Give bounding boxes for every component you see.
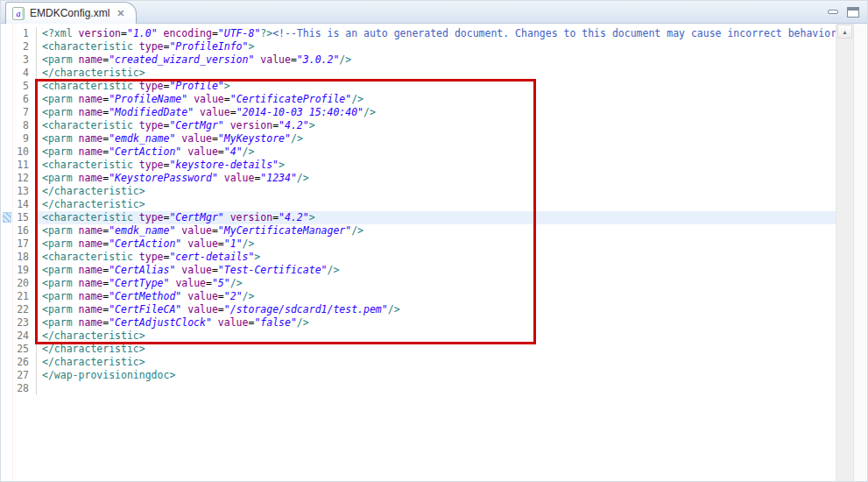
code-line[interactable]: </characteristic> [36,356,836,369]
editor-line[interactable]: 15<characteristic type="CertMgr" version… [1,211,836,224]
code-line[interactable]: <parm name="ModifiedDate" value="2014-10… [36,106,836,119]
line-number[interactable]: 16 [1,224,36,237]
editor-line[interactable]: 5<characteristic type="Profile"> [1,80,836,93]
code-line[interactable]: <parm name="CertMethod" value="2"/> [36,290,836,303]
code-line[interactable]: <parm name="CertAction" value="4"/> [36,145,836,159]
line-number[interactable]: 19 [1,264,36,277]
line-number[interactable]: 27 [1,369,36,382]
line-number[interactable]: 1 [1,27,36,40]
vertical-scrollbar[interactable]: ▲ [836,24,853,481]
editor-line[interactable]: 24</characteristic> [1,330,836,343]
editor-line[interactable]: 19<parm name="CertAlias" value="Test-Cer… [1,264,836,277]
code-line[interactable]: <characteristic type="ProfileInfo"> [36,40,836,53]
editor-line[interactable]: 11<characteristic type="keystore-details… [1,159,836,172]
editor-line[interactable]: 13</characteristic> [1,185,836,198]
code-line[interactable]: <parm name="created_wizard_version" valu… [36,53,836,67]
editor-tab-bar: a EMDKConfig.xml ✕ [1,1,867,24]
line-number[interactable]: 9 [1,132,36,145]
line-number[interactable]: 28 [1,382,36,395]
code-token: "keystore-details" [169,159,279,171]
editor-line[interactable]: 9<parm name="emdk_name" value="MyKeystor… [1,132,836,145]
code-line[interactable]: <parm name="ProfileName" value="Certific… [36,93,836,106]
editor-line[interactable]: 7<parm name="ModifiedDate" value="2014-1… [1,106,836,119]
code-line[interactable]: </characteristic> [36,198,836,211]
line-number[interactable]: 17 [1,237,36,251]
code-line[interactable]: </characteristic> [36,330,836,343]
code-line[interactable]: <parm name="CertFileCA" value="/storage/… [36,303,836,316]
code-line[interactable]: <characteristic type="CertMgr" version="… [36,211,836,224]
code-token: ?> [260,27,272,39]
line-number[interactable]: 10 [1,145,36,159]
code-line[interactable]: <characteristic type="Profile"> [36,80,836,93]
code-line[interactable]: <characteristic type="CertMgr" version="… [36,119,836,132]
editor-line[interactable]: 25</characteristic> [1,343,836,356]
editor-line[interactable]: 18<characteristic type="cert-details"> [1,251,836,264]
editor-line[interactable]: 23<parm name="CertAdjustClock" value="fa… [1,316,836,330]
xml-source-editor[interactable]: 1<?xml version="1.0" encoding="UTF-8"?><… [1,24,867,481]
code-line[interactable]: <characteristic type="cert-details"> [36,251,836,264]
code-token: value [175,277,206,289]
line-number[interactable]: 20 [1,277,36,290]
code-token: <characteristic [42,211,139,223]
editor-line[interactable]: 16<parm name="emdk_name" value="MyCertif… [1,224,836,237]
code-line[interactable]: <?xml version="1.0" encoding="UTF-8"?><!… [36,27,836,40]
line-number[interactable]: 13 [1,185,36,198]
editor-line[interactable]: 17<parm name="CertAction" value="1"/> [1,237,836,251]
line-number[interactable]: 8 [1,119,36,132]
line-number[interactable]: 11 [1,159,36,172]
tab-emdkconfig[interactable]: a EMDKConfig.xml ✕ [5,2,137,24]
code-line[interactable]: <parm name="CertAction" value="1"/> [36,237,836,251]
code-line[interactable]: </wap-provisioningdoc> [36,369,836,382]
line-number[interactable]: 24 [1,330,36,343]
editor-line[interactable]: 14</characteristic> [1,198,836,211]
code-line[interactable]: <parm name="emdk_name" value="MyKeystore… [36,132,836,145]
line-number[interactable]: 7 [1,106,36,119]
code-line[interactable]: <parm name="CertAlias" value="Test-Certi… [36,264,836,277]
code-line[interactable]: </characteristic> [36,343,836,356]
scroll-up-button[interactable]: ▲ [837,25,852,39]
minimize-view-button[interactable] [827,7,841,18]
code-line[interactable]: </characteristic> [36,185,836,198]
editor-line[interactable]: 27</wap-provisioningdoc> [1,369,836,382]
code-line[interactable]: <parm name="CertAdjustClock" value="fals… [36,316,836,330]
line-number[interactable]: 21 [1,290,36,303]
code-lines[interactable]: 1<?xml version="1.0" encoding="UTF-8"?><… [1,27,836,395]
editor-line[interactable]: 21<parm name="CertMethod" value="2"/> [1,290,836,303]
code-line[interactable] [36,382,836,395]
code-line[interactable]: <characteristic type="keystore-details"> [36,159,836,172]
code-token: "4.2" [279,119,309,131]
line-number[interactable]: 2 [1,40,36,53]
code-token: "CertAlias" [109,264,175,276]
line-number[interactable]: 12 [1,172,36,185]
editor-line[interactable]: 8<characteristic type="CertMgr" version=… [1,119,836,132]
editor-line[interactable]: 4</characteristic> [1,67,836,80]
code-line[interactable]: <parm name="KeystorePassword" value="123… [36,172,836,185]
editor-line[interactable]: 10<parm name="CertAction" value="4"/> [1,145,836,159]
code-line[interactable]: <parm name="emdk_name" value="MyCertific… [36,224,836,237]
line-number[interactable]: 26 [1,356,36,369]
tab-close-icon[interactable]: ✕ [115,8,126,19]
line-number[interactable]: 5 [1,80,36,93]
maximize-view-button[interactable] [847,7,861,18]
line-number[interactable]: 6 [1,93,36,106]
line-number[interactable]: 25 [1,343,36,356]
editor-line[interactable]: 28 [1,382,836,395]
line-number[interactable]: 4 [1,67,36,80]
editor-line[interactable]: 12<parm name="KeystorePassword" value="1… [1,172,836,185]
code-token: = [212,132,218,145]
editor-line[interactable]: 3<parm name="created_wizard_version" val… [1,53,836,67]
code-line[interactable]: </characteristic> [36,67,836,80]
editor-line[interactable]: 6<parm name="ProfileName" value="Certifi… [1,93,836,106]
line-number[interactable]: 18 [1,251,36,264]
editor-line[interactable]: 1<?xml version="1.0" encoding="UTF-8"?><… [1,27,836,40]
editor-line[interactable]: 22<parm name="CertFileCA" value="/storag… [1,303,836,316]
line-number[interactable]: 22 [1,303,36,316]
editor-line[interactable]: 2<characteristic type="ProfileInfo"> [1,40,836,53]
line-number[interactable]: 23 [1,316,36,330]
line-number[interactable]: 3 [1,53,36,67]
code-token: </characteristic> [42,356,145,368]
editor-line[interactable]: 26</characteristic> [1,356,836,369]
editor-line[interactable]: 20<parm name="CertType" value="5"/> [1,277,836,290]
code-line[interactable]: <parm name="CertType" value="5"/> [36,277,836,290]
line-number[interactable]: 14 [1,198,36,211]
